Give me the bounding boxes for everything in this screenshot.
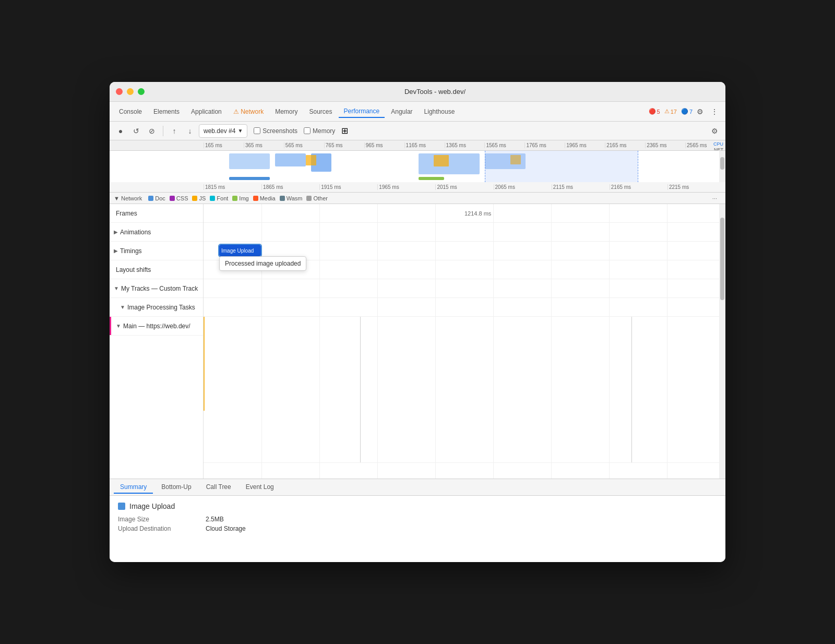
js-spike-1 bbox=[306, 155, 316, 165]
tab-event-log[interactable]: Event Log bbox=[240, 481, 280, 494]
maximize-button[interactable] bbox=[138, 88, 145, 95]
frames-timeline-row: 1214.8 ms bbox=[204, 204, 725, 223]
js-spike-2 bbox=[434, 155, 449, 166]
tooltip-text: Processed image uploaded bbox=[225, 260, 301, 267]
ruler2-mark-5: 2065 ms bbox=[494, 184, 552, 190]
record-button[interactable]: ● bbox=[114, 124, 127, 138]
image-upload-label: Image Upload bbox=[221, 248, 254, 254]
timeline-minimap[interactable] bbox=[110, 151, 725, 182]
close-button[interactable] bbox=[116, 88, 123, 95]
ruler-mark-5: 1165 ms bbox=[404, 142, 445, 148]
ruler-mark-1: 365 ms bbox=[244, 142, 284, 148]
image-upload-bar[interactable]: Image Upload bbox=[219, 245, 261, 256]
ruler-marks-top: 165 ms 365 ms 565 ms 765 ms 965 ms 1165 … bbox=[204, 142, 725, 148]
upload-button[interactable]: ↑ bbox=[168, 124, 181, 138]
timeline-ruler-top: 165 ms 365 ms 565 ms 765 ms 965 ms 1165 … bbox=[110, 140, 725, 151]
animations-label: Animations bbox=[120, 229, 151, 236]
ruler-mark-2: 565 ms bbox=[284, 142, 324, 148]
summary-label-1: Upload Destination bbox=[118, 525, 201, 532]
minimap-scrollbar[interactable] bbox=[719, 151, 725, 182]
minimize-button[interactable] bbox=[127, 88, 134, 95]
summary-label-0: Image Size bbox=[118, 516, 201, 523]
track-custom-track[interactable]: ▼ My Tracks — Custom Track bbox=[110, 279, 203, 298]
ruler2-mark-0: 1815 ms bbox=[204, 184, 261, 190]
filmstrip-icon[interactable]: ⊞ bbox=[341, 126, 348, 136]
legend-media: Media bbox=[253, 195, 276, 201]
tab-sources[interactable]: Sources bbox=[304, 106, 337, 117]
ellipsis: ··· bbox=[712, 195, 717, 201]
timeline-scrollbar-thumb[interactable] bbox=[720, 218, 724, 300]
info-badge: 🔵 7 bbox=[681, 108, 693, 115]
tab-summary[interactable]: Summary bbox=[114, 481, 153, 494]
bottom-tabs: Summary Bottom-Up Call Tree Event Log bbox=[110, 479, 725, 496]
frames-time-label: 1214.8 ms bbox=[464, 210, 491, 217]
session-select[interactable]: web.dev #4 ▼ bbox=[199, 124, 247, 138]
main-pink-border bbox=[110, 317, 111, 335]
toolbar-settings-button[interactable]: ⚙ bbox=[708, 124, 721, 138]
timings-label: Timings bbox=[120, 247, 142, 255]
ruler2-mark-1: 1865 ms bbox=[261, 184, 319, 190]
warning-icon: ⚠ bbox=[233, 108, 239, 115]
track-frames[interactable]: Frames bbox=[110, 204, 203, 223]
track-labels: Frames ▶ Animations ▶ Timings Layout shi… bbox=[110, 204, 204, 479]
tab-bottom-up[interactable]: Bottom-Up bbox=[155, 481, 197, 494]
track-main[interactable]: ▼ Main — https://web.dev/ bbox=[110, 317, 203, 336]
download-button[interactable]: ↓ bbox=[183, 124, 197, 138]
v-marker-yellow-2 bbox=[204, 369, 205, 411]
memory-checkbox[interactable]: Memory bbox=[304, 127, 335, 135]
ruler-mark-10: 2165 ms bbox=[605, 142, 645, 148]
tab-angular[interactable]: Angular bbox=[386, 106, 418, 117]
v-marker-1 bbox=[360, 317, 361, 462]
bottom-panel: Summary Bottom-Up Call Tree Event Log Im… bbox=[110, 479, 725, 562]
net-bar-2 bbox=[419, 177, 444, 180]
track-animations[interactable]: ▶ Animations bbox=[110, 223, 203, 242]
session-label: web.dev #4 bbox=[204, 127, 235, 135]
clear-button[interactable]: ⊘ bbox=[145, 124, 159, 138]
ruler2-marks: 1815 ms 1865 ms 1915 ms 1965 ms 2015 ms … bbox=[204, 184, 725, 190]
custom-track-label: My Tracks — Custom Track bbox=[121, 285, 198, 292]
legend-js: JS bbox=[192, 195, 206, 201]
chevron-down-icon: ▼ bbox=[237, 128, 243, 134]
ruler2-mark-2: 1915 ms bbox=[319, 184, 377, 190]
track-timeline[interactable]: 1214.8 ms Image Upload Processed image u… bbox=[204, 204, 725, 479]
checkbox-group: Screenshots Memory ⊞ bbox=[254, 126, 348, 136]
ruler2-mark-3: 1965 ms bbox=[377, 184, 435, 190]
summary-event-title: Image Upload bbox=[129, 502, 175, 510]
separator-1 bbox=[163, 126, 163, 136]
summary-color-indicator bbox=[118, 503, 125, 510]
window-title: DevTools - web.dev/ bbox=[151, 88, 719, 96]
tab-performance[interactable]: Performance bbox=[339, 105, 385, 118]
ruler-mark-3: 765 ms bbox=[324, 142, 364, 148]
track-layout-shifts[interactable]: Layout shifts bbox=[110, 260, 203, 279]
legend-wasm: Wasm bbox=[280, 195, 303, 201]
devtools-window: DevTools - web.dev/ Console Elements App… bbox=[110, 82, 725, 562]
track-image-processing[interactable]: ▼ Image Processing Tasks bbox=[110, 298, 203, 317]
tab-console[interactable]: Console bbox=[114, 106, 147, 117]
legend-other: Other bbox=[306, 195, 328, 201]
timeline-scrollbar[interactable] bbox=[719, 204, 725, 479]
settings-icon[interactable]: ⚙ bbox=[694, 105, 707, 118]
reload-button[interactable]: ↺ bbox=[129, 124, 143, 138]
scrollbar-thumb[interactable] bbox=[720, 157, 724, 170]
tab-memory[interactable]: Memory bbox=[270, 106, 303, 117]
tab-network[interactable]: ⚠ ▼ Network Network bbox=[228, 106, 269, 117]
screenshots-checkbox[interactable]: Screenshots bbox=[254, 127, 297, 135]
network-collapse-toggle[interactable]: ▼ Network bbox=[114, 195, 142, 201]
track-timings[interactable]: ▶ Timings bbox=[110, 242, 203, 260]
tab-elements[interactable]: Elements bbox=[148, 106, 185, 117]
more-icon[interactable]: ⋮ bbox=[708, 105, 721, 118]
legend-media-dot bbox=[253, 196, 258, 201]
summary-value-1: Cloud Storage bbox=[206, 525, 717, 532]
legend-doc: Doc bbox=[148, 195, 165, 201]
net-label: NET bbox=[714, 147, 723, 151]
main-label: Main — https://web.dev/ bbox=[123, 323, 190, 330]
timings-toggle: ▶ bbox=[114, 248, 118, 254]
ruler-mark-7: 1565 ms bbox=[484, 142, 524, 148]
summary-value-0: 2.5MB bbox=[206, 516, 717, 523]
main-empty-rows bbox=[110, 336, 203, 479]
ruler2-mark-7: 2165 ms bbox=[610, 184, 667, 190]
layout-shifts-label: Layout shifts bbox=[116, 266, 151, 273]
tab-application[interactable]: Application bbox=[186, 106, 227, 117]
tab-call-tree[interactable]: Call Tree bbox=[200, 481, 237, 494]
tab-lighthouse[interactable]: Lighthouse bbox=[419, 106, 460, 117]
